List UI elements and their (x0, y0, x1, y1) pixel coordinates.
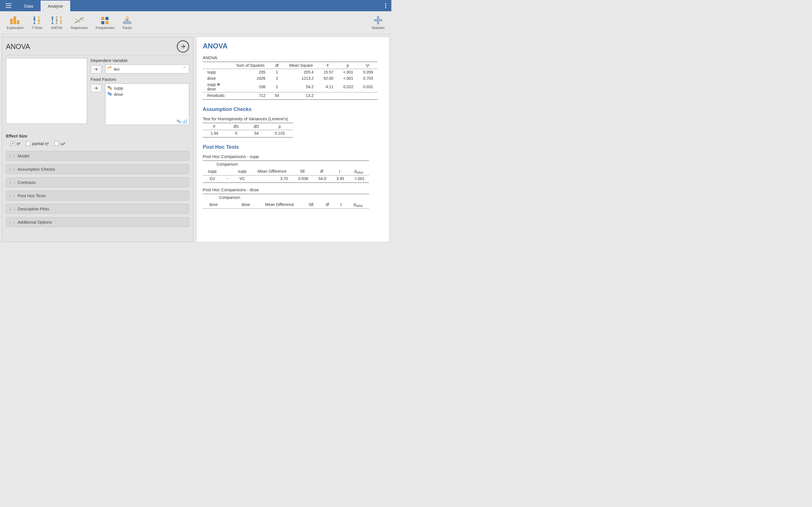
svg-rect-5 (17, 20, 19, 24)
arrow-right-icon (180, 43, 186, 50)
svg-rect-39 (123, 22, 125, 24)
variable-name: supp (114, 86, 123, 91)
regression-icon (74, 16, 84, 25)
anova-table-caption: ANOVA (203, 55, 383, 60)
posthoc-dose-caption: Post Hoc Comparisons - dose (203, 187, 383, 192)
svg-rect-53 (186, 119, 187, 124)
continuous-type-icon (183, 66, 187, 72)
dependent-variable-box[interactable]: len (105, 64, 189, 73)
svg-point-0 (385, 3, 386, 4)
variable-item[interactable]: len (107, 66, 187, 72)
ribbon-ttests[interactable]: T-Tests (28, 13, 47, 32)
collapse-additional-options[interactable]: ›|Additional Options (6, 217, 189, 227)
ribbon-regression[interactable]: Regression (67, 13, 92, 32)
chevron-right-icon: › (10, 220, 11, 224)
ribbon-label: Exploration (7, 26, 24, 30)
effect-size-options: η² partial η² ω² (6, 141, 189, 146)
menubar-spacer (70, 0, 380, 11)
variable-source-list[interactable] (6, 58, 87, 124)
nominal-icon (107, 92, 112, 97)
collapse-model[interactable]: ›|Model (6, 151, 189, 161)
levene-caption: Test for Homogeneity of Variances (Leven… (203, 116, 383, 121)
fixed-factors-box[interactable]: a supp dose (105, 83, 189, 125)
svg-line-36 (124, 19, 127, 22)
checkbox-eta-squared[interactable]: η² (10, 141, 20, 146)
svg-point-1 (385, 5, 386, 6)
modules-icon (374, 16, 382, 25)
checkbox-omega-squared[interactable]: ω² (54, 141, 65, 146)
anova-icon (50, 16, 63, 25)
checkbox-icon (26, 142, 31, 146)
chevron-right-icon: › (10, 193, 11, 198)
ribbon-factor[interactable]: Factor (118, 13, 136, 32)
svg-rect-31 (101, 17, 104, 20)
arrow-right-icon (94, 87, 98, 90)
ribbon-frequencies[interactable]: Frequencies (92, 13, 118, 32)
svg-text:a: a (111, 88, 112, 91)
dots-icon (385, 3, 386, 8)
ribbon: Exploration T-Tests ANOVA Regression Fre… (0, 11, 391, 34)
ribbon-label: Regression (71, 26, 88, 30)
exploration-icon (10, 16, 21, 25)
checkbox-partial-eta[interactable]: partial η² (26, 141, 49, 146)
chevron-right-icon: › (10, 207, 11, 211)
svg-point-23 (60, 20, 62, 22)
collapse-contrasts[interactable]: ›|Contrasts (6, 177, 189, 187)
variable-assignment: Dependent Variable len (6, 58, 189, 128)
frequencies-icon (101, 16, 109, 25)
svg-line-38 (127, 19, 130, 22)
svg-rect-3 (10, 18, 13, 24)
anova-table: Sum of Squares df Mean Square F p η² sup… (203, 62, 377, 100)
menubar: Data Analyse (0, 0, 391, 11)
svg-rect-43 (183, 66, 186, 68)
svg-rect-28 (78, 21, 79, 22)
variable-targets: Dependent Variable len (91, 58, 189, 128)
effect-size-label: Effect Size (6, 133, 189, 138)
tab-analyse[interactable]: Analyse (41, 0, 70, 11)
variable-item[interactable]: a supp (107, 85, 187, 91)
ribbon-label: Frequencies (96, 26, 114, 30)
fixed-factors-label: Fixed Factors (91, 77, 189, 82)
chevron-right-icon: › (10, 167, 11, 172)
results-panel: ANOVA ANOVA Sum of Squares df Mean Squar… (196, 37, 390, 242)
svg-rect-32 (105, 17, 109, 20)
dependent-variable-label: Dependent Variable (91, 58, 189, 63)
hamburger-menu[interactable] (0, 0, 17, 11)
ribbon-label: Modules (372, 26, 385, 30)
ribbon-label: T-Tests (32, 26, 43, 30)
ribbon-exploration[interactable]: Exploration (3, 13, 28, 32)
collapse-descriptive-plots[interactable]: ›|Descriptive Plots (6, 204, 189, 214)
posthoc-title: Post Hoc Tests (203, 144, 383, 150)
move-to-dependent-button[interactable] (91, 65, 102, 73)
collapse-panel-button[interactable] (177, 40, 189, 53)
levene-table: Fdf1df2p 1.945540.103 (203, 123, 293, 137)
ribbon-label: ANOVA (51, 26, 62, 30)
svg-point-7 (34, 18, 36, 20)
collapse-post-hoc[interactable]: ›|Post Hoc Tests (6, 191, 189, 201)
options-panel: ANOVA Dependent Variable (2, 37, 193, 242)
continuous-icon (107, 66, 112, 71)
panel-header: ANOVA (6, 40, 189, 55)
nominal-text-icon: a (107, 86, 112, 91)
checkbox-icon (10, 142, 15, 146)
svg-rect-4 (13, 16, 16, 24)
svg-rect-52 (184, 120, 185, 124)
posthoc-dose-table: Comparison dosedose Mean DifferenceSEdft… (203, 194, 369, 209)
move-to-factors-button[interactable] (91, 84, 102, 93)
variable-name: len (114, 67, 119, 71)
ribbon-anova[interactable]: ANOVA (47, 13, 67, 32)
factor-icon (122, 16, 132, 25)
svg-rect-30 (82, 20, 83, 21)
svg-point-48 (109, 93, 112, 96)
panel-title: ANOVA (6, 43, 30, 51)
assumption-title: Assumption Checks (203, 107, 383, 112)
collapse-assumption-checks[interactable]: ›|Assumption Checks (6, 164, 189, 174)
ribbon-label: Factor (122, 26, 132, 30)
kebab-menu[interactable] (380, 0, 391, 11)
svg-rect-34 (105, 21, 109, 24)
ribbon-modules[interactable]: Modules (368, 13, 389, 32)
svg-rect-29 (80, 17, 82, 18)
tab-data[interactable]: Data (17, 0, 41, 11)
results-title: ANOVA (203, 42, 383, 50)
variable-item[interactable]: dose (107, 91, 187, 97)
